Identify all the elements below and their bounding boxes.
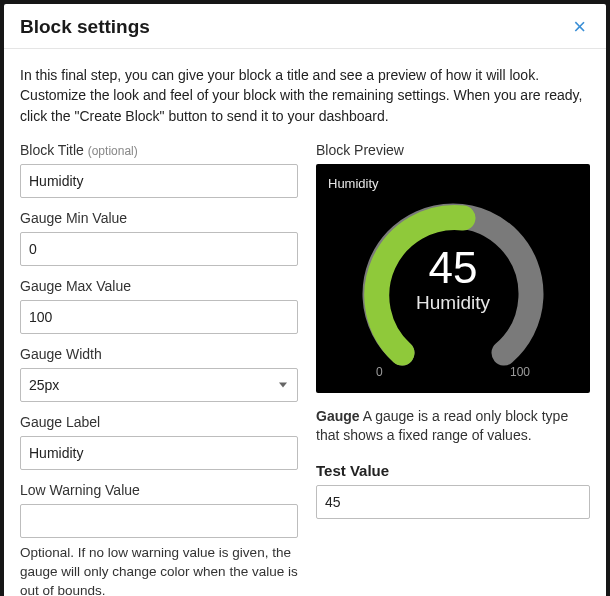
form-left-column: Block Title (optional) Gauge Min Value G… [20,142,298,596]
gauge-preview: Humidity 45 Humidity 0 100 [316,164,590,393]
gauge-width-field: Gauge Width 25px [20,346,298,402]
block-title-field: Block Title (optional) [20,142,298,198]
gauge-width-select[interactable]: 25px [20,368,298,402]
gauge-sublabel: Humidity [416,291,490,313]
modal-title: Block settings [20,16,150,38]
form-right-column: Block Preview Humidity 45 Humidity [316,142,590,596]
gauge-description: Gauge A gauge is a read only block type … [316,407,590,446]
modal-header: Block settings × [4,4,606,49]
block-title-optional: (optional) [88,144,138,158]
gauge-min-field: Gauge Min Value [20,210,298,266]
low-warning-label: Low Warning Value [20,482,298,498]
gauge-center: 45 Humidity [416,245,490,313]
gauge-max-input[interactable] [20,300,298,334]
low-warning-input[interactable] [20,504,298,538]
gauge-preview-title: Humidity [326,176,580,191]
modal-body: In this final step, you can give your bl… [4,49,606,596]
gauge-max-field: Gauge Max Value [20,278,298,334]
low-warning-field: Low Warning Value Optional. If no low wa… [20,482,298,596]
gauge-label-field: Gauge Label [20,414,298,470]
gauge-max-label: Gauge Max Value [20,278,298,294]
gauge-value: 45 [416,245,490,289]
gauge-width-label: Gauge Width [20,346,298,362]
gauge-min-label: Gauge Min Value [20,210,298,226]
close-button[interactable]: × [569,16,590,38]
gauge-label-label: Gauge Label [20,414,298,430]
intro-text: In this final step, you can give your bl… [20,65,590,126]
gauge-wrap: 45 Humidity [326,195,580,375]
block-title-input[interactable] [20,164,298,198]
form-columns: Block Title (optional) Gauge Min Value G… [20,142,590,596]
block-title-label: Block Title (optional) [20,142,298,158]
block-preview-heading: Block Preview [316,142,590,158]
low-warning-help: Optional. If no low warning value is giv… [20,544,298,596]
gauge-min-input[interactable] [20,232,298,266]
test-value-input[interactable] [316,485,590,519]
gauge-label-input[interactable] [20,436,298,470]
test-value-label: Test Value [316,462,590,479]
gauge-width-value: 25px [29,377,59,393]
block-title-label-text: Block Title [20,142,84,158]
block-settings-modal: Block settings × In this final step, you… [4,4,606,596]
gauge-desc-bold: Gauge [316,408,360,424]
